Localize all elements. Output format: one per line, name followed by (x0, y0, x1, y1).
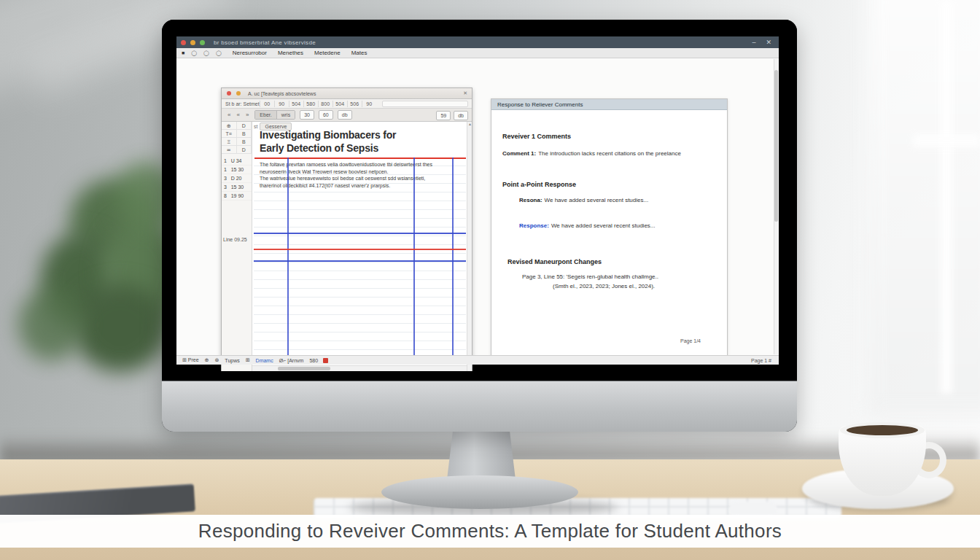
reviewer-comments-heading: Reveiver 1 Comments (502, 133, 571, 140)
editor-horizontal-scrollbar[interactable] (252, 365, 467, 371)
status-item: Ø⌐ [Arnvm (279, 358, 304, 363)
page-indicator: Page 1/4 (680, 338, 701, 343)
blue-rule-line (254, 233, 466, 234)
gutter-icon[interactable]: B (237, 138, 252, 145)
status-bar: ⊞ Pree ⊕ ⊛ Tupws ⊞ Dmamc Ø⌐ [Arnvm 580 P… (176, 355, 779, 365)
status-item: Dmamc (256, 358, 273, 363)
status-icon: ⊕ (205, 357, 209, 363)
toolbar-button[interactable]: db (454, 111, 468, 120)
gutter-icon[interactable]: ⊕ (222, 122, 237, 129)
tab-icon: st (254, 124, 257, 129)
ruler-mark: 504 (332, 101, 347, 107)
traffic-light-zoom[interactable] (200, 40, 205, 45)
window-title: br bsoed bmserbriat Ane vibservisde (214, 39, 316, 46)
ruler-mark: 800 (318, 101, 332, 107)
status-page-indicator: Page 1 # (751, 358, 771, 363)
comment-label: Comment 1: (502, 150, 536, 157)
ruler-mark: 00 (260, 101, 274, 107)
status-item: Tupws (225, 358, 239, 363)
line-indicator: 1 15 30 (222, 166, 252, 174)
toolbar-button[interactable]: wris (276, 111, 295, 119)
response-panel-header: Response to Reiiever Comments (491, 99, 727, 110)
close-icon[interactable]: ✕ (766, 39, 771, 46)
toolbar-button[interactable]: Eber. (255, 111, 276, 119)
status-item: ⊞ Pree (182, 357, 199, 363)
gutter-icon[interactable]: D (237, 122, 252, 129)
status-icon: ⊞ (246, 357, 250, 363)
scroll-up-icon[interactable]: ▲ (468, 122, 472, 126)
toolbar-toggle-group: Eber. wris (254, 110, 295, 120)
response-line: Resona:We have added several recent stud… (519, 197, 648, 203)
workspace-scrollbar[interactable] (774, 59, 778, 354)
minimize-icon[interactable]: – (752, 39, 755, 46)
doc-traffic-light-minimize[interactable] (236, 91, 241, 96)
traffic-light-minimize[interactable] (190, 40, 195, 45)
gutter-icon[interactable]: D (237, 146, 252, 153)
toolbar-button[interactable]: 60 (319, 110, 333, 120)
response-panel-title: Response to Reiiever Comments (497, 101, 583, 108)
scrollbar-thumb[interactable] (278, 367, 330, 370)
line-status: Line 09.25 (223, 237, 247, 242)
toolbar-button[interactable]: 30 (300, 110, 314, 120)
response-line: Response:We have added several recent st… (519, 222, 656, 229)
gutter-icon[interactable]: Ξ (222, 138, 237, 145)
doc-toolbar: « « » Eber. wris 30 60 db 59 (222, 109, 472, 122)
doc-content: ⊕ D T≡ B Ξ B (222, 122, 472, 371)
menu-item[interactable]: Mates (351, 50, 368, 56)
ruler-bar: St b ar: Setmet 00 90 504 580 800 504 50… (222, 99, 472, 109)
citation-line: (Smth el., 2023, 2023; Jones el., 2024). (553, 283, 655, 289)
response-label: Resona: (519, 197, 542, 203)
line-indicator: 8 19 90 (222, 192, 252, 201)
traffic-light-close[interactable] (181, 40, 186, 45)
background-window (868, 0, 980, 416)
back-icon[interactable]: « (236, 112, 239, 118)
imac-display: br bsoed bmserbriat Ane vibservisde – ✕ … (162, 20, 797, 381)
window-titlebar[interactable]: br bsoed bmserbriat Ane vibservisde – ✕ (176, 36, 779, 48)
caption-text: Responding to Reveiver Comments: A Templ… (198, 520, 782, 542)
change-line: Page 3, Line 55: 'Segeis ren-glubal heal… (522, 273, 658, 280)
menu-circle-icon[interactable]: ◯ (216, 50, 222, 56)
document-canvas[interactable]: st Gesserve Investigating Biombacers for… (252, 122, 472, 371)
os-screen: br bsoed bmserbriat Ane vibservisde – ✕ … (176, 35, 779, 365)
red-badge-icon (323, 358, 328, 363)
response-panel: Response to Reiiever Comments Reveiver 1… (491, 98, 728, 362)
app-icon[interactable]: ■ (182, 50, 184, 55)
gutter-icon[interactable]: ≂ (222, 146, 237, 153)
ruler-mark: 580 (303, 101, 318, 107)
doc-close-icon[interactable]: ✕ (463, 90, 467, 96)
window-frame-bar (913, 134, 980, 147)
gutter-icon[interactable]: B (237, 130, 252, 137)
imac-stand-base (381, 475, 578, 509)
comment-line: Comment 1:The introduction lacks recent … (502, 150, 681, 157)
menu-item[interactable]: Menethes (278, 50, 303, 56)
menu-item[interactable]: Metedene (314, 50, 341, 56)
doc-traffic-light-close[interactable] (227, 91, 231, 96)
ruler-mark: 90 (362, 101, 376, 107)
menu-circle-icon[interactable]: ◯ (203, 50, 209, 56)
ruler-mark: 506 (347, 101, 362, 107)
ruler-mark: 504 (289, 101, 303, 107)
scrollbar-thumb[interactable] (774, 70, 778, 222)
status-icon: ⊛ (214, 357, 219, 363)
coffee-surface-image (847, 425, 918, 435)
doc-window-titlebar[interactable]: A. uc [Teavtepis abcsovtelews ✕ (222, 88, 472, 99)
red-rule-line (254, 249, 466, 250)
gutter-icon[interactable]: T≡ (222, 130, 237, 137)
ruler-input-field[interactable] (382, 101, 468, 107)
menu-item[interactable]: Neresurrobor (233, 50, 267, 56)
menu-circle-icon[interactable]: ◯ (191, 50, 197, 56)
imac-chin (162, 381, 797, 432)
red-margin-line (254, 158, 466, 159)
doc-window-title: A. uc [Teavtepis abcsovtelews (248, 91, 316, 96)
back-icon[interactable]: « (228, 112, 230, 118)
line-indicator: 1 U 34 (222, 157, 252, 166)
menu-bar: ■ ◯ ◯ ◯ Neresurrobor Menethes Metedene M… (176, 48, 779, 58)
toolbar-button[interactable]: 59 (436, 111, 451, 120)
revised-changes-heading: Revised Maneurpont Changes (508, 258, 602, 265)
editor-vertical-scrollbar[interactable]: ▲ ▼ (467, 122, 472, 371)
blue-rule-line (254, 260, 466, 262)
ruler-mark: 90 (274, 101, 289, 107)
toolbar-button[interactable]: db (338, 110, 352, 120)
forward-icon[interactable]: » (246, 112, 249, 118)
desk-scene: br bsoed bmserbriat Ane vibservisde – ✕ … (0, 0, 980, 560)
